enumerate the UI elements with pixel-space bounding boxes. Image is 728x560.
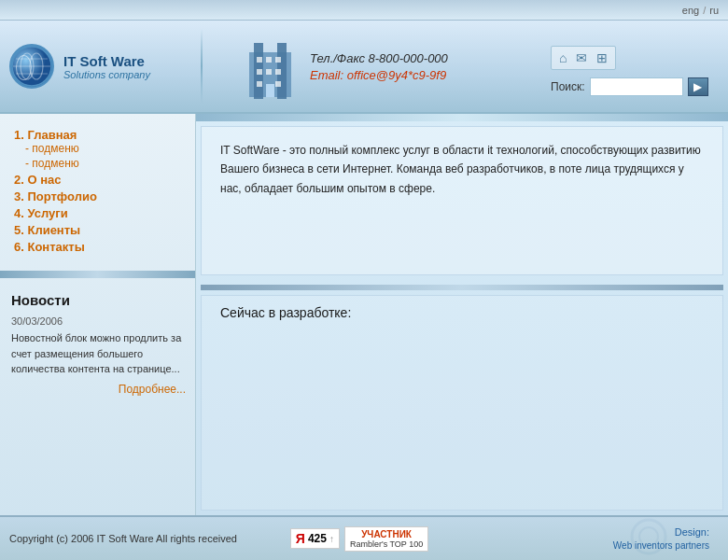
footer-design-label: Design: — [675, 526, 709, 538]
right-content: IT SoftWare - это полный комплекс услуг … — [196, 114, 728, 515]
nav-link-5[interactable]: 5. Клиенты — [14, 223, 80, 237]
home-icon[interactable]: ⌂ — [559, 50, 567, 65]
contact-phone: Тел./Факс 8-800-000-000 — [310, 51, 448, 65]
left-sidebar: 1. Главная- подменю- подменю2. О нас3. П… — [0, 114, 196, 515]
nav-link-6[interactable]: 6. Контакты — [14, 240, 85, 254]
rambler-badge[interactable]: УЧАСТНИК Rambler's TOP 100 — [344, 526, 428, 552]
sidebar-stripe — [0, 271, 195, 278]
nav-link-3[interactable]: 3. Портфолио — [14, 189, 97, 203]
logo-title: IT Soft Ware — [63, 53, 150, 69]
footer: Copyright (c) 2006 IT Soft Ware All righ… — [0, 515, 728, 560]
yandex-badge[interactable]: Я 425 ↑ — [290, 528, 340, 549]
contact-info: Тел./Факс 8-800-000-000 Email: office@9y… — [310, 51, 448, 82]
nav-item-1: 1. Главная- подменю- подменю — [14, 128, 186, 170]
search-button[interactable]: ▶ — [688, 77, 708, 96]
email-icon[interactable]: ✉ — [576, 50, 587, 65]
header-right: ⌂ ✉ ⊞ Поиск: ▶ — [551, 36, 728, 96]
nav-link-1[interactable]: 1. Главная — [14, 128, 77, 142]
lang-links: eng / ru — [682, 5, 719, 16]
nav-item-5: 5. Клиенты — [14, 223, 186, 237]
header-icons: ⌂ ✉ ⊞ — [551, 46, 616, 70]
logo-text: IT Soft Ware Solutions company — [63, 53, 150, 80]
yandex-ya-icon: Я — [296, 531, 305, 546]
news-section: Новости 30/03/2006 Новостной блок можно … — [0, 283, 195, 515]
nav-area: 1. Главная- подменю- подменю2. О нас3. П… — [0, 114, 195, 266]
lang-sep: / — [703, 5, 706, 16]
svg-rect-12 — [257, 69, 262, 75]
in-dev-section: Сейчас в разработке: — [201, 295, 723, 511]
footer-watermark — [625, 518, 672, 555]
lang-ru-link[interactable]: ru — [709, 5, 719, 16]
news-title: Новости — [11, 292, 186, 308]
main-text-area: IT SoftWare - это полный комплекс услуг … — [201, 126, 723, 275]
building-icon — [245, 34, 296, 99]
right-top-stripe — [196, 114, 728, 121]
nav-item-6: 6. Контакты — [14, 240, 186, 254]
footer-badges: Я 425 ↑ УЧАСТНИК Rambler's TOP 100 — [290, 526, 428, 552]
grid-icon[interactable]: ⊞ — [596, 50, 608, 65]
news-date: 30/03/2006 — [11, 315, 186, 327]
footer-copyright: Copyright (c) 2006 IT Soft Ware All righ… — [9, 533, 290, 544]
search-input[interactable] — [590, 77, 683, 96]
nav-link-2[interactable]: 2. О нас — [14, 173, 62, 187]
header: IT Soft Ware Solutions company — [0, 21, 728, 114]
svg-rect-14 — [275, 69, 281, 75]
news-text: Новостной блок можно продлить за счет ра… — [11, 330, 186, 377]
logo-subtitle: Solutions company — [63, 69, 150, 80]
svg-rect-17 — [266, 84, 274, 97]
news-more: Подробнее... — [11, 383, 186, 396]
svg-rect-16 — [275, 81, 281, 87]
svg-point-18 — [632, 520, 665, 553]
lang-eng-link[interactable]: eng — [682, 5, 699, 16]
main-layout: 1. Главная- подменю- подменю2. О нас3. П… — [0, 114, 728, 515]
nav-item-3: 3. Портфолио — [14, 189, 186, 203]
in-dev-title: Сейчас в разработке: — [220, 305, 704, 320]
svg-rect-15 — [257, 81, 262, 87]
rambler-top-100: Rambler's TOP 100 — [350, 539, 423, 549]
yandex-count: 425 — [308, 532, 327, 545]
nav-sublink-1-2[interactable]: - подменю — [14, 157, 186, 170]
svg-point-19 — [639, 527, 658, 546]
main-text: IT SoftWare - это полный комплекс услуг … — [220, 141, 704, 198]
logo-section: IT Soft Ware Solutions company — [0, 44, 196, 89]
svg-rect-11 — [275, 57, 281, 63]
nav-item-2: 2. О нас — [14, 173, 186, 187]
svg-rect-10 — [266, 57, 272, 63]
svg-rect-9 — [257, 57, 262, 63]
header-center: Тел./Факс 8-800-000-000 Email: office@9y… — [207, 34, 551, 99]
footer-right: Design: Web inventors partners — [428, 525, 719, 552]
yandex-arrow-icon: ↑ — [329, 534, 334, 544]
nav-item-4: 4. Услуги — [14, 206, 186, 220]
right-divider — [201, 285, 723, 290]
svg-rect-13 — [266, 69, 272, 75]
news-more-link[interactable]: Подробнее... — [119, 383, 186, 396]
top-bar: eng / ru — [0, 0, 728, 21]
contact-email: Email: office@9y4*c9-9f9 — [310, 68, 448, 82]
rambler-top-text: УЧАСТНИК — [350, 529, 423, 539]
nav-sublink-1-1[interactable]: - подменю — [14, 142, 186, 155]
search-label: Поиск: — [551, 80, 585, 93]
nav-link-4[interactable]: 4. Услуги — [14, 206, 68, 220]
search-row: Поиск: ▶ — [551, 77, 708, 96]
logo-globe-icon — [9, 44, 54, 89]
